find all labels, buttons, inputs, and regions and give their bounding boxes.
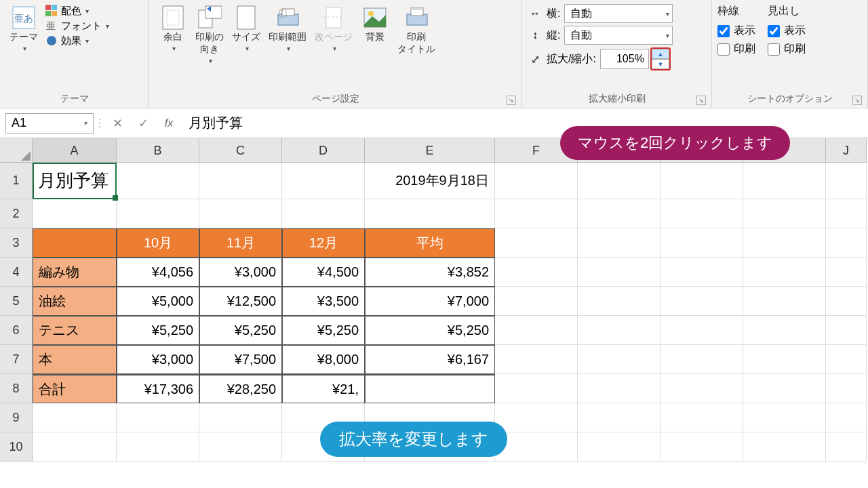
- cell[interactable]: [826, 199, 867, 228]
- fonts-button[interactable]: 亜 フォント ▾: [45, 19, 109, 33]
- cell[interactable]: [117, 163, 199, 199]
- orientation-button[interactable]: 印刷の 向き▾: [191, 3, 228, 67]
- size-button[interactable]: サイズ▾: [228, 3, 264, 55]
- scale-input[interactable]: [600, 49, 649, 69]
- cell[interactable]: 油絵: [33, 287, 117, 316]
- cell[interactable]: [199, 403, 282, 432]
- cell[interactable]: ¥3,852: [365, 258, 495, 287]
- row-header[interactable]: 4: [0, 258, 33, 287]
- cell[interactable]: ¥6,167: [365, 345, 495, 374]
- cell[interactable]: [826, 316, 867, 345]
- gridlines-print-checkbox[interactable]: 印刷: [717, 42, 755, 56]
- cell[interactable]: [660, 345, 743, 374]
- cell[interactable]: [660, 228, 743, 258]
- cell[interactable]: [33, 432, 117, 462]
- cell[interactable]: [495, 287, 578, 316]
- cell[interactable]: [199, 432, 282, 462]
- cell[interactable]: ¥7,000: [365, 287, 495, 316]
- cell[interactable]: [117, 199, 199, 228]
- cell[interactable]: [743, 316, 826, 345]
- cell[interactable]: [743, 432, 826, 462]
- cell[interactable]: [578, 432, 660, 462]
- dialog-launcher-icon[interactable]: ↘: [696, 96, 706, 105]
- name-box[interactable]: A1▾: [5, 113, 94, 134]
- cell[interactable]: [495, 199, 578, 228]
- cell[interactable]: [199, 199, 282, 228]
- cell[interactable]: ¥3,000: [117, 345, 199, 374]
- cell[interactable]: ¥5,250: [282, 316, 365, 345]
- cell[interactable]: [282, 199, 365, 228]
- cancel-button[interactable]: ✕: [106, 113, 129, 134]
- cell[interactable]: [743, 374, 826, 403]
- cell[interactable]: [117, 432, 199, 462]
- cell[interactable]: [495, 228, 578, 258]
- spreadsheet-grid[interactable]: A B C D E F G H I J 1 月別予算 2019年9月18日 2 …: [0, 138, 868, 462]
- print-titles-button[interactable]: 印刷 タイトル: [393, 3, 439, 58]
- margins-button[interactable]: 余白▾: [155, 3, 191, 55]
- cell[interactable]: [282, 163, 365, 199]
- cell[interactable]: [495, 345, 578, 374]
- cell[interactable]: [578, 316, 660, 345]
- row-header[interactable]: 5: [0, 287, 33, 316]
- cell[interactable]: [660, 432, 743, 462]
- cell[interactable]: 平均: [365, 228, 495, 258]
- cell[interactable]: テニス: [33, 316, 117, 345]
- scale-down-button[interactable]: ▼: [652, 59, 669, 69]
- cell[interactable]: ¥5,000: [117, 287, 199, 316]
- cell[interactable]: [365, 374, 495, 403]
- col-header[interactable]: A: [33, 138, 117, 163]
- cell[interactable]: [826, 403, 867, 432]
- cell[interactable]: [578, 199, 660, 228]
- width-select[interactable]: 自動▾: [564, 4, 673, 23]
- cell[interactable]: ¥5,250: [199, 316, 282, 345]
- cell[interactable]: ¥3,500: [282, 287, 365, 316]
- col-header[interactable]: J: [826, 138, 867, 163]
- row-header[interactable]: 2: [0, 199, 33, 228]
- dialog-launcher-icon[interactable]: ↘: [507, 96, 516, 105]
- row-header[interactable]: 7: [0, 345, 33, 374]
- cell[interactable]: [743, 163, 826, 199]
- cell[interactable]: [495, 316, 578, 345]
- dialog-launcher-icon[interactable]: ↘: [852, 96, 862, 105]
- cell[interactable]: ¥4,500: [282, 258, 365, 287]
- cell[interactable]: ¥17,306: [117, 374, 199, 403]
- row-header[interactable]: 3: [0, 228, 33, 258]
- themes-button[interactable]: 亜あ テーマ ▾: [5, 3, 42, 55]
- cell[interactable]: ¥8,000: [282, 345, 365, 374]
- row-header[interactable]: 1: [0, 163, 33, 199]
- cell[interactable]: ¥5,250: [117, 316, 199, 345]
- cell[interactable]: [743, 199, 826, 228]
- cell[interactable]: [743, 403, 826, 432]
- cell[interactable]: 本: [33, 345, 117, 374]
- row-header[interactable]: 6: [0, 316, 33, 345]
- cell[interactable]: [826, 374, 867, 403]
- cell[interactable]: [578, 163, 660, 199]
- cell[interactable]: ¥12,500: [199, 287, 282, 316]
- cell[interactable]: [660, 287, 743, 316]
- col-header[interactable]: B: [117, 138, 199, 163]
- height-select[interactable]: 自動▾: [564, 26, 673, 45]
- cell[interactable]: [826, 345, 867, 374]
- row-header[interactable]: 9: [0, 403, 33, 432]
- effects-button[interactable]: 効果 ▾: [45, 34, 109, 47]
- cell[interactable]: [743, 258, 826, 287]
- cell[interactable]: ¥3,000: [199, 258, 282, 287]
- cell[interactable]: [578, 258, 660, 287]
- cell[interactable]: [743, 287, 826, 316]
- gridlines-view-checkbox[interactable]: 表示: [717, 24, 755, 38]
- background-button[interactable]: 背景: [357, 3, 393, 46]
- cell[interactable]: [33, 403, 117, 432]
- scale-up-button[interactable]: ▲: [652, 49, 669, 59]
- cell[interactable]: ¥4,056: [117, 258, 199, 287]
- cell[interactable]: 10月: [117, 228, 199, 258]
- breaks-button[interactable]: 改ページ▾: [311, 3, 357, 55]
- cell[interactable]: 12月: [282, 228, 365, 258]
- enter-button[interactable]: ✓: [132, 113, 155, 134]
- cell[interactable]: [495, 432, 578, 462]
- cell[interactable]: [826, 258, 867, 287]
- cell[interactable]: [495, 374, 578, 403]
- cell[interactable]: [495, 258, 578, 287]
- cell[interactable]: ¥28,250: [199, 374, 282, 403]
- cell[interactable]: [660, 258, 743, 287]
- col-header[interactable]: D: [282, 138, 365, 163]
